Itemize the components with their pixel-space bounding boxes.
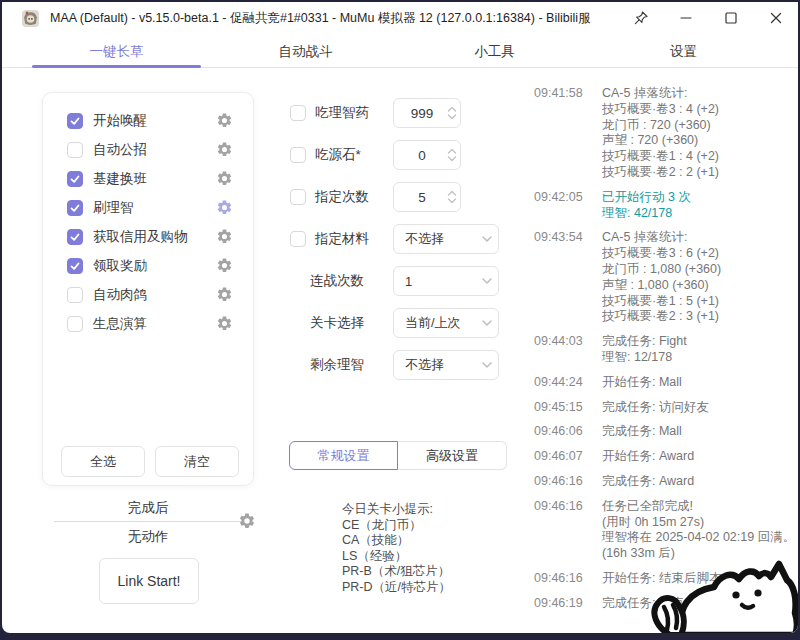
spinner-updown-icon bbox=[444, 105, 460, 121]
tab-label: 自动战斗 bbox=[279, 43, 333, 61]
normal-settings-button[interactable]: 常规设置 bbox=[289, 441, 398, 470]
log-entry: 09:44:24 开始任务: Mall bbox=[534, 375, 796, 391]
task-label: 领取奖励 bbox=[93, 257, 147, 275]
fight-row-remaining-sanity: 剩余理智 不选择 bbox=[290, 344, 504, 386]
select-all-button[interactable]: 全选 bbox=[61, 446, 145, 477]
log-entry: 09:46:16 完成任务: Award bbox=[534, 474, 796, 490]
task-label: 刷理智 bbox=[93, 199, 134, 217]
log-content: 开始任务: 结束后脚本 bbox=[602, 571, 796, 587]
tab-copilot[interactable]: 自动战斗 bbox=[211, 36, 400, 68]
fight-label: 吃源石* bbox=[315, 146, 393, 164]
clear-button[interactable]: 清空 bbox=[155, 446, 239, 477]
log-entry: 09:43:54 CA-5 掉落统计:技巧概要·卷3 : 6 (+2)龙门币 :… bbox=[534, 230, 796, 325]
log-panel[interactable]: 09:41:58 CA-5 掉落统计:技巧概要·卷3 : 4 (+2)龙门币 :… bbox=[534, 86, 796, 625]
close-button[interactable] bbox=[753, 3, 798, 33]
dropdown-value: 不选择 bbox=[394, 356, 476, 374]
tab-label: 设置 bbox=[670, 43, 697, 61]
task-settings-gear-icon[interactable] bbox=[216, 141, 233, 158]
task-settings-gear-icon[interactable] bbox=[216, 257, 233, 274]
fight-row-series: 连战次数 1 bbox=[290, 260, 504, 302]
log-content: 已开始行动 3 次理智: 42/178 bbox=[602, 190, 796, 222]
stage-dropdown[interactable]: 当前/上次 bbox=[393, 308, 499, 338]
tips-line: PR-B（术/狙芯片） bbox=[342, 564, 451, 580]
close-icon bbox=[767, 9, 785, 27]
log-content: 完成任务: 结束后脚本 bbox=[602, 596, 796, 612]
task-settings-gear-icon[interactable] bbox=[216, 315, 233, 332]
times-stepper[interactable]: 5 bbox=[393, 182, 461, 212]
series-dropdown[interactable]: 1 bbox=[393, 266, 499, 296]
tab-farming[interactable]: 一键长草 bbox=[22, 36, 211, 68]
task-row-roguelike[interactable]: 自动肉鸽 bbox=[67, 280, 233, 309]
task-settings-gear-icon[interactable] bbox=[216, 170, 233, 187]
task-checkbox[interactable] bbox=[67, 258, 83, 274]
fight-checkbox[interactable] bbox=[290, 105, 306, 121]
fight-label: 剩余理智 bbox=[310, 356, 393, 374]
task-row-recruit[interactable]: 自动公招 bbox=[67, 135, 233, 164]
log-time: 09:46:19 bbox=[534, 596, 591, 612]
tab-label: 小工具 bbox=[474, 43, 515, 61]
task-checkbox[interactable] bbox=[67, 229, 83, 245]
material-dropdown[interactable]: 不选择 bbox=[393, 224, 499, 254]
log-time: 09:42:05 bbox=[534, 190, 591, 222]
fight-label: 关卡选择 bbox=[310, 314, 393, 332]
task-settings-gear-icon[interactable] bbox=[216, 286, 233, 303]
task-settings-gear-icon[interactable] bbox=[216, 112, 233, 129]
task-row-wakeup[interactable]: 开始唤醒 bbox=[67, 106, 233, 135]
maximize-icon bbox=[722, 9, 740, 27]
log-time: 09:41:58 bbox=[534, 86, 591, 181]
task-checkbox[interactable] bbox=[67, 113, 83, 129]
log-time: 09:44:24 bbox=[534, 375, 591, 391]
task-buttons: 全选 清空 bbox=[61, 446, 239, 477]
tips-line: CE（龙门币） bbox=[342, 518, 451, 534]
link-start-button[interactable]: Link Start! bbox=[99, 558, 199, 604]
chevron-down-icon bbox=[476, 231, 498, 247]
tab-settings[interactable]: 设置 bbox=[589, 36, 778, 68]
checkmark-icon bbox=[68, 259, 82, 273]
sanity-potion-stepper[interactable]: 999 bbox=[393, 98, 461, 128]
log-entry: 09:46:07 开始任务: Award bbox=[534, 449, 796, 465]
task-settings-gear-icon[interactable] bbox=[216, 228, 233, 245]
task-row-fight[interactable]: 刷理智 bbox=[67, 193, 233, 222]
originite-stepper[interactable]: 0 bbox=[393, 140, 461, 170]
stepper-value: 999 bbox=[394, 106, 444, 121]
fight-checkbox[interactable] bbox=[290, 189, 306, 205]
task-label: 自动公招 bbox=[93, 141, 147, 159]
task-checkbox[interactable] bbox=[67, 287, 83, 303]
remaining-sanity-dropdown[interactable]: 不选择 bbox=[393, 350, 499, 380]
tips-line: CA（技能） bbox=[342, 533, 451, 549]
pin-button[interactable] bbox=[618, 3, 663, 33]
checkmark-icon bbox=[68, 201, 82, 215]
task-row-base[interactable]: 基建换班 bbox=[67, 164, 233, 193]
task-row-mall[interactable]: 获取信用及购物 bbox=[67, 222, 233, 251]
after-action-select[interactable]: 无动作 bbox=[42, 528, 254, 546]
dropdown-value: 1 bbox=[394, 274, 476, 289]
fight-checkbox[interactable] bbox=[290, 147, 306, 163]
settings-segment: 常规设置 高级设置 bbox=[289, 441, 507, 470]
spinner-updown-icon bbox=[444, 147, 460, 163]
fight-settings-panel: 吃理智药 999 吃源石* 0 指定次数 5 指定材料 bbox=[290, 92, 504, 386]
minimize-button[interactable] bbox=[663, 3, 708, 33]
task-checkbox[interactable] bbox=[67, 142, 83, 158]
log-content: 任务已全部完成!(用时 0h 15m 27s)理智将在 2025-04-02 0… bbox=[602, 499, 796, 562]
log-entry: 09:44:03 完成任务: Fight理智: 12/178 bbox=[534, 334, 796, 366]
task-checkbox[interactable] bbox=[67, 171, 83, 187]
tab-tools[interactable]: 小工具 bbox=[400, 36, 589, 68]
log-time: 09:46:16 bbox=[534, 474, 591, 490]
maximize-button[interactable] bbox=[708, 3, 753, 33]
task-checkbox[interactable] bbox=[67, 316, 83, 332]
stage-tips: 今日关卡小提示: CE（龙门币） CA（技能） LS（经验） PR-B（术/狙芯… bbox=[342, 502, 451, 596]
task-row-award[interactable]: 领取奖励 bbox=[67, 251, 233, 280]
fight-checkbox[interactable] bbox=[290, 231, 306, 247]
after-action-gear-icon[interactable] bbox=[238, 512, 256, 530]
fight-row-times: 指定次数 5 bbox=[290, 176, 504, 218]
log-content: 完成任务: 访问好友 bbox=[602, 400, 796, 416]
checkmark-icon bbox=[68, 114, 82, 128]
advanced-settings-button[interactable]: 高级设置 bbox=[398, 441, 507, 470]
log-entry: 09:46:19 完成任务: 结束后脚本 bbox=[534, 596, 796, 612]
log-time: 09:46:06 bbox=[534, 424, 591, 440]
task-settings-gear-icon[interactable] bbox=[216, 199, 233, 216]
task-checkbox[interactable] bbox=[67, 200, 83, 216]
log-content: 开始任务: Award bbox=[602, 449, 796, 465]
task-row-reclamation[interactable]: 生息演算 bbox=[67, 309, 233, 338]
log-entry: 09:42:05 已开始行动 3 次理智: 42/178 bbox=[534, 190, 796, 222]
